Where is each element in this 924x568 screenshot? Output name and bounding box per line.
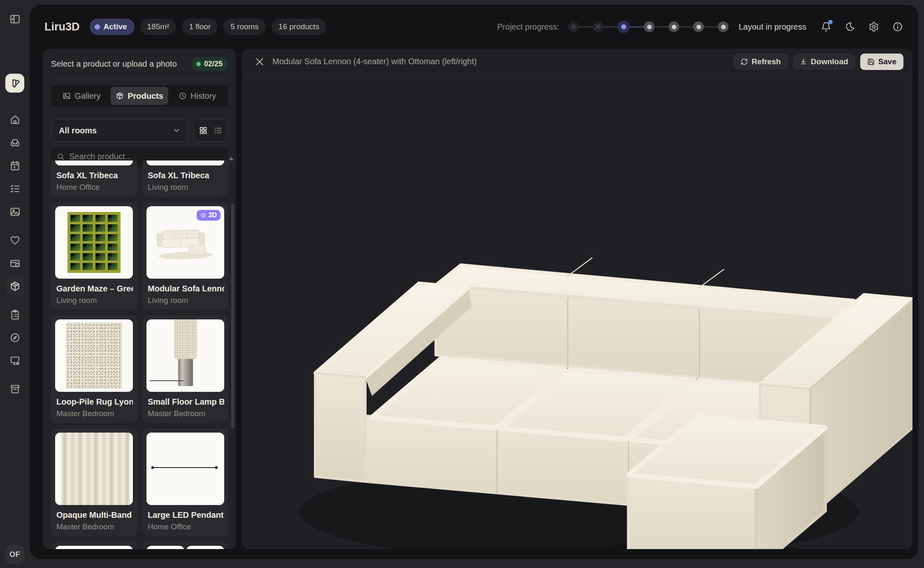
package-icon bbox=[116, 92, 124, 100]
notification-dot bbox=[828, 20, 833, 24]
page-title: Liru3D bbox=[44, 21, 80, 33]
scroll-up-arrow[interactable] bbox=[229, 157, 234, 160]
rail-divider bbox=[9, 376, 20, 376]
search-icon bbox=[57, 153, 65, 161]
progress-status: Layout in progress bbox=[738, 22, 806, 32]
viewer-panel: Modular Sofa Lennon (4-seater) with Otto… bbox=[242, 49, 912, 549]
home-icon[interactable] bbox=[5, 110, 24, 129]
tab-products[interactable]: Products bbox=[111, 87, 169, 105]
usage-counter-badge: 02/25 bbox=[191, 57, 228, 71]
panel-left-icon[interactable] bbox=[5, 9, 24, 28]
status-badge: Active bbox=[90, 19, 135, 35]
products-pill: 16 products bbox=[272, 19, 326, 35]
image-icon[interactable] bbox=[5, 202, 24, 221]
panel-tabs: Gallery Products History bbox=[51, 85, 228, 107]
checklist-icon[interactable] bbox=[5, 179, 24, 198]
user-avatar[interactable]: OF bbox=[5, 545, 24, 564]
moon-icon[interactable] bbox=[842, 19, 858, 35]
sofa-icon[interactable] bbox=[5, 133, 24, 152]
save-button[interactable]: Save bbox=[860, 54, 903, 70]
progress-step-3-active[interactable] bbox=[618, 21, 630, 33]
image-icon bbox=[63, 92, 71, 100]
floors-pill: 1 floor bbox=[182, 19, 218, 35]
rail-divider bbox=[9, 227, 20, 227]
status-dot-icon bbox=[95, 24, 100, 30]
products-panel: Select a product or upload a photo 02/25… bbox=[43, 49, 236, 549]
product-card[interactable] bbox=[51, 542, 137, 549]
rooms-filter-dropdown[interactable]: All rooms bbox=[51, 119, 188, 142]
monitor-star-icon[interactable] bbox=[5, 351, 24, 370]
progress-step-1[interactable] bbox=[568, 21, 579, 32]
viewer-header: Modular Sofa Lennon (4-seater) with Otto… bbox=[242, 49, 912, 75]
viewer-stage[interactable] bbox=[242, 75, 912, 549]
product-card[interactable]: Loop-Pile Rug Lyon Master Bedroom bbox=[51, 315, 137, 423]
progress-step-7[interactable] bbox=[718, 21, 729, 32]
bell-icon[interactable] bbox=[818, 19, 834, 35]
product-image-curtain bbox=[55, 433, 133, 505]
product-image-sofa: 3D bbox=[146, 206, 224, 279]
tab-history[interactable]: History bbox=[168, 87, 226, 105]
rooms-pill: 5 rooms bbox=[223, 19, 266, 35]
product-card[interactable]: Small Floor Lamp Benan Master Bedroom bbox=[142, 315, 228, 423]
panel-title: Select a product or upload a photo bbox=[51, 59, 177, 69]
grid-view-icon[interactable] bbox=[199, 126, 208, 135]
clock-icon bbox=[179, 92, 187, 100]
cube-mini-icon bbox=[200, 212, 206, 218]
product-image bbox=[146, 161, 224, 165]
product-image bbox=[55, 546, 133, 549]
3d-badge: 3D bbox=[197, 210, 221, 221]
cube-3d-icon[interactable] bbox=[5, 277, 24, 296]
product-image-green-grid bbox=[55, 206, 133, 279]
product-card[interactable]: Sofa XL Tribeca Living room bbox=[142, 161, 228, 197]
download-button[interactable]: Download bbox=[793, 54, 855, 70]
tab-gallery[interactable]: Gallery bbox=[53, 87, 111, 105]
progress-step-6[interactable] bbox=[693, 21, 704, 32]
info-icon[interactable] bbox=[889, 19, 906, 35]
progress-step-4[interactable] bbox=[644, 21, 655, 32]
progress-steps bbox=[568, 21, 729, 33]
heart-icon[interactable] bbox=[5, 230, 24, 249]
panel-divider bbox=[51, 79, 228, 79]
progress-step-2[interactable] bbox=[593, 21, 604, 32]
close-icon[interactable] bbox=[254, 56, 265, 67]
list-view-icon[interactable] bbox=[214, 126, 223, 135]
refresh-button[interactable]: Refresh bbox=[734, 54, 788, 70]
view-toggle-group bbox=[193, 119, 228, 142]
counter-dot-icon bbox=[196, 62, 201, 66]
product-image bbox=[146, 546, 224, 549]
product-card[interactable]: Opaque Multi-Band Cu… Master Bedroom bbox=[51, 428, 137, 536]
product-image-rug bbox=[55, 319, 133, 392]
product-image-lamp bbox=[146, 319, 224, 392]
app-shell: Liru3D Active 185m² 1 floor 5 rooms 16 p… bbox=[30, 5, 918, 559]
scrollbar-thumb[interactable] bbox=[231, 204, 234, 428]
calendar-icon[interactable] bbox=[5, 156, 24, 175]
refresh-icon bbox=[741, 58, 748, 65]
sidebar-rail: OF bbox=[0, 0, 30, 568]
progress-step-5[interactable] bbox=[669, 21, 679, 32]
swatches-logo-icon[interactable] bbox=[5, 74, 24, 93]
download-icon bbox=[800, 58, 807, 65]
clipboard-icon[interactable] bbox=[5, 305, 24, 324]
sofa-3d-render bbox=[283, 187, 912, 549]
save-icon bbox=[867, 58, 875, 65]
product-list: Sofa XL Tribeca Home Office Sofa XL Trib… bbox=[43, 161, 236, 549]
top-bar: Liru3D Active 185m² 1 floor 5 rooms 16 p… bbox=[30, 5, 918, 49]
gear-icon[interactable] bbox=[866, 19, 882, 35]
rail-divider bbox=[9, 301, 20, 302]
product-card[interactable] bbox=[142, 542, 228, 549]
product-image bbox=[55, 161, 133, 165]
search-input[interactable] bbox=[69, 152, 222, 161]
wallet-icon[interactable] bbox=[5, 254, 24, 272]
progress-label: Project progress: bbox=[497, 22, 559, 32]
chevron-down-icon bbox=[172, 126, 181, 135]
product-card[interactable]: Garden Maze – Green Living room bbox=[51, 202, 137, 310]
archive-icon[interactable] bbox=[5, 379, 24, 398]
product-image-pendant bbox=[146, 433, 224, 505]
product-card-selected[interactable]: 3D Modular Sofa Lennon (… Living room bbox=[142, 202, 228, 310]
compass-icon[interactable] bbox=[5, 328, 24, 347]
area-pill: 185m² bbox=[140, 19, 176, 35]
product-card[interactable]: Large LED Pendant El… Home Office bbox=[142, 428, 228, 536]
viewer-title: Modular Sofa Lennon (4-seater) with Otto… bbox=[272, 57, 729, 66]
product-card[interactable]: Sofa XL Tribeca Home Office bbox=[51, 161, 137, 197]
